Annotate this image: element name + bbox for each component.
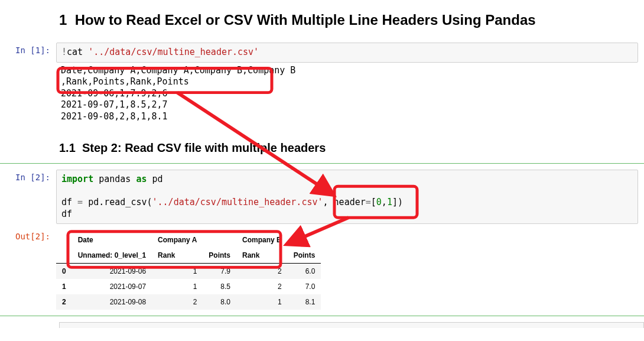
prompt-in-2: In [2]:: [0, 170, 56, 182]
prompt-out-2: Out[2]:: [0, 229, 56, 241]
table-row: 2 2021-09-08 2 8.0 1 8.1: [56, 294, 321, 310]
code-input-2[interactable]: import pandas as pd df = pd.read_csv('..…: [56, 170, 638, 224]
table-row: 0 2021-09-06 1 7.9 2 6.0: [56, 264, 321, 280]
table-header-sub: Unnamed: 0_level_1 Rank Points Rank Poin…: [56, 248, 321, 264]
notebook-container: 1 How to Read Excel or CSV With Multiple…: [0, 0, 644, 334]
prompt-in-1: In [1]:: [0, 43, 56, 55]
subtitle-text: Step 2: Read CSV file with multiple head…: [82, 141, 326, 154]
table-header-top: Date Company A Company B: [56, 232, 321, 248]
code-output-1: Date,Company A,Company A,Company B,Compa…: [56, 63, 638, 125]
selected-cell-wrapper: In [2]: import pandas as pd df = pd.read…: [0, 163, 644, 316]
title-text: How to Read Excel or CSV With Multiple L…: [75, 12, 536, 28]
page-title: 1 How to Read Excel or CSV With Multiple…: [59, 12, 644, 28]
output-cell-2: Out[2]: Date Company A Company B: [0, 226, 644, 312]
subtitle-number: 1.1: [59, 141, 76, 154]
code-input-1[interactable]: !cat '../data/csv/multine_header.csv': [56, 43, 638, 63]
title-number: 1: [59, 12, 67, 28]
code-cell-2[interactable]: In [2]: import pandas as pd df = pd.read…: [0, 167, 644, 226]
dataframe-table: Date Company A Company B Unnamed: 0_leve…: [56, 232, 321, 310]
code-cell-1[interactable]: In [1]: !cat '../data/csv/multine_header…: [0, 40, 644, 127]
next-cell-peek[interactable]: [59, 322, 644, 328]
section-subtitle: 1.1 Step 2: Read CSV file with multiple …: [59, 141, 644, 155]
table-row: 1 2021-09-07 1 8.5 2 7.0: [56, 279, 321, 294]
